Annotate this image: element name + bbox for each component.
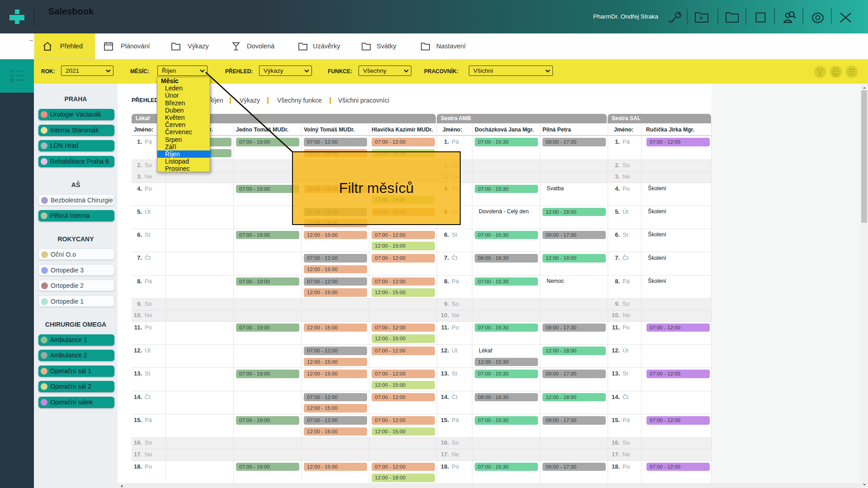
svg-text:N: N — [700, 16, 703, 20]
